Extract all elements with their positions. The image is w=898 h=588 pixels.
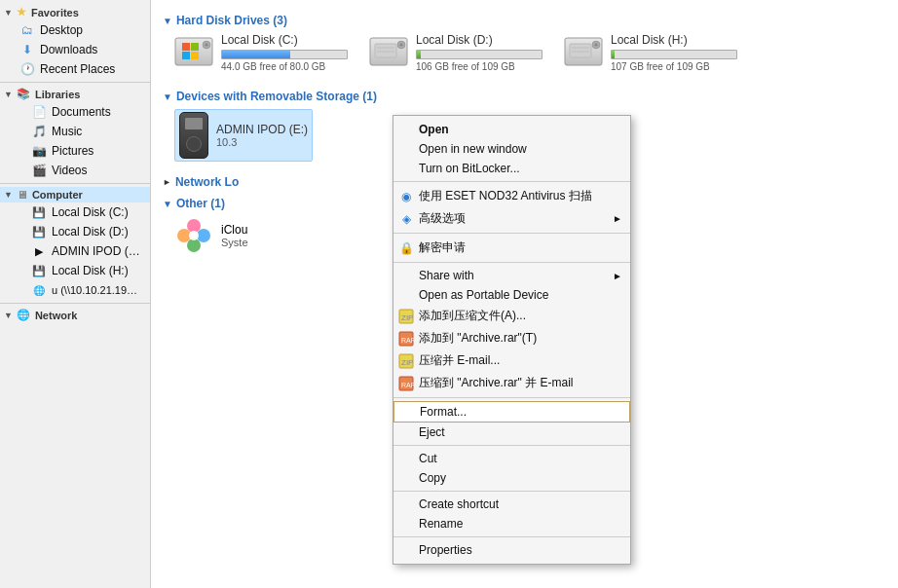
sidebar-item-local-h[interactable]: 💾 Local Disk (H:) — [0, 261, 150, 280]
menu-item-open[interactable]: Open — [393, 120, 630, 139]
computer-icon: 🖥 — [17, 189, 27, 201]
removable-section-title[interactable]: Devices with Removable Storage (1) — [176, 90, 377, 103]
svg-point-21 — [187, 239, 201, 252]
sidebar-item-pictures[interactable]: 📷 Pictures — [0, 141, 150, 161]
hdd-section-title[interactable]: Hard Disk Drives (3) — [176, 14, 287, 27]
main-content: ▼ Hard Disk Drives (3) — [151, 0, 898, 588]
icloud-label: iClou — [221, 223, 248, 237]
menu-compress-rar-email-label: 压缩到 "Archive.rar" 并 E-mail — [419, 375, 574, 391]
sidebar-pictures-label: Pictures — [52, 144, 94, 158]
ipod-item[interactable]: ADMIN IPOD (E:) 10.3 — [174, 109, 313, 162]
decrypt-icon: 🔒 — [397, 239, 415, 257]
sidebar-item-recent[interactable]: 🕐 Recent Places — [0, 59, 150, 79]
computer-arrow: ▼ — [4, 190, 13, 200]
documents-icon: 📄 — [31, 104, 47, 120]
sidebar-item-network-z[interactable]: 🌐 u (\\10.10.21.197) (Z — [0, 280, 150, 300]
menu-copy-label: Copy — [419, 471, 446, 485]
menu-open-new-label: Open in new window — [419, 142, 527, 156]
drive-h-bar — [611, 50, 737, 59]
sidebar-item-videos[interactable]: 🎬 Videos — [0, 161, 150, 180]
menu-item-decrypt[interactable]: 🔒 解密申请 — [393, 237, 630, 259]
menu-decrypt-label: 解密申请 — [419, 239, 466, 256]
menu-item-share-with[interactable]: Share with ► — [393, 266, 630, 285]
menu-item-create-shortcut[interactable]: Create shortcut — [393, 495, 630, 514]
menu-item-compress-email[interactable]: ZIP 压缩并 E-mail... — [393, 349, 630, 372]
context-menu: Open Open in new window Turn on BitLocke… — [393, 115, 631, 565]
menu-item-advanced[interactable]: ◈ 高级选项 ► — [393, 207, 630, 230]
drive-h-fill — [612, 51, 615, 58]
favorites-star-icon: ★ — [17, 6, 26, 18]
svg-text:ZIP: ZIP — [401, 313, 413, 322]
svg-rect-3 — [182, 52, 190, 59]
menu-item-bitlocker[interactable]: Turn on BitLocker... — [393, 159, 630, 178]
sidebar-item-local-c[interactable]: 💾 Local Disk (C:) — [0, 202, 150, 222]
sidebar-item-music[interactable]: 🎵 Music — [0, 122, 150, 141]
sidebar-item-documents[interactable]: 📄 Documents — [0, 102, 150, 122]
favorites-section: ▼ ★ Favorites 🗂 Desktop ⬇ Downloads 🕐 Re… — [0, 4, 150, 79]
drive-h-info: Local Disk (H:) 107 GB free of 109 GB — [611, 33, 737, 72]
favorites-arrow: ▼ — [4, 8, 13, 18]
recent-icon: 🕐 — [19, 61, 35, 77]
menu-item-compress-rar-email[interactable]: RAR 压缩到 "Archive.rar" 并 E-mail — [393, 372, 630, 394]
menu-item-copy[interactable]: Copy — [393, 468, 630, 488]
menu-item-portable[interactable]: Open as Portable Device — [393, 285, 630, 305]
menu-sep-1 — [393, 181, 630, 182]
sidebar-network-z-label: u (\\10.10.21.197) (Z — [52, 284, 142, 296]
other-section-title[interactable]: Other (1) — [176, 197, 225, 210]
menu-eject-label: Eject — [419, 425, 445, 439]
sidebar-item-ipod-e[interactable]: ▶ ADMIN IPOD (E:) — [0, 241, 150, 261]
menu-item-add-rar[interactable]: RAR 添加到 "Archive.rar"(T) — [393, 327, 630, 349]
network-drive-icon: 🌐 — [31, 282, 47, 298]
drive-c-info: Local Disk (C:) 44.0 GB free of 80.0 GB — [221, 33, 348, 72]
svg-point-23 — [189, 231, 199, 240]
menu-format-label: Format... — [420, 405, 467, 419]
favorites-header[interactable]: ▼ ★ Favorites — [0, 4, 150, 20]
menu-item-rename[interactable]: Rename — [393, 514, 630, 533]
menu-rename-label: Rename — [419, 517, 463, 531]
menu-sep-3 — [393, 262, 630, 263]
svg-rect-2 — [191, 43, 199, 51]
drive-d-item[interactable]: Local Disk (D:) 106 GB free of 109 GB — [369, 33, 544, 76]
drive-h-top: Local Disk (H:) 107 GB free of 109 GB — [564, 33, 737, 72]
drive-c-size: 44.0 GB free of 80.0 GB — [221, 61, 348, 72]
computer-section: ▼ 🖥 Computer 💾 Local Disk (C:) 💾 Local D… — [0, 187, 150, 300]
network-section-title[interactable]: Network Lo — [175, 175, 239, 189]
videos-icon: 🎬 — [31, 163, 47, 178]
menu-item-cut[interactable]: Cut — [393, 449, 630, 468]
sidebar-local-c-label: Local Disk (C:) — [52, 205, 129, 219]
drive-d-label: Local Disk (D:) — [416, 33, 543, 47]
network-header[interactable]: ▼ 🌐 Network — [0, 307, 150, 323]
svg-point-6 — [206, 44, 208, 47]
drive-h-item[interactable]: Local Disk (H:) 107 GB free of 109 GB — [564, 33, 739, 76]
drive-c-item[interactable]: Local Disk (C:) 44.0 GB free of 80.0 GB — [174, 33, 350, 76]
sidebar-item-local-d[interactable]: 💾 Local Disk (D:) — [0, 222, 150, 241]
drive-h-label: Local Disk (H:) — [611, 33, 737, 47]
svg-rect-4 — [191, 52, 199, 59]
drives-row: Local Disk (C:) 44.0 GB free of 80.0 GB — [174, 33, 886, 76]
menu-item-format[interactable]: Format... — [393, 401, 630, 423]
sidebar-videos-label: Videos — [52, 164, 87, 177]
sidebar-documents-label: Documents — [52, 105, 111, 119]
sidebar-item-desktop[interactable]: 🗂 Desktop — [0, 20, 150, 40]
menu-sep-4 — [393, 397, 630, 398]
libraries-header[interactable]: ▼ 📚 Libraries — [0, 86, 150, 102]
menu-item-open-new-window[interactable]: Open in new window — [393, 139, 630, 159]
menu-item-eset[interactable]: ◉ 使用 ESET NOD32 Antivirus 扫描 — [393, 185, 630, 207]
menu-add-rar-label: 添加到 "Archive.rar"(T) — [419, 330, 537, 347]
sidebar-item-downloads[interactable]: ⬇ Downloads — [0, 40, 150, 59]
sidebar-downloads-label: Downloads — [40, 43, 97, 56]
network-arrow: ▼ — [4, 311, 13, 320]
drive-d-top: Local Disk (D:) 106 GB free of 109 GB — [369, 33, 543, 72]
sidebar-local-h-label: Local Disk (H:) — [52, 264, 129, 277]
svg-text:ZIP: ZIP — [401, 358, 413, 367]
computer-header[interactable]: ▼ 🖥 Computer — [0, 187, 150, 202]
menu-item-add-zip[interactable]: ZIP 添加到压缩文件(A)... — [393, 305, 630, 327]
drive-d-size: 106 GB free of 109 GB — [416, 61, 543, 72]
zip-email-icon: ZIP — [397, 352, 415, 370]
menu-sep-7 — [393, 536, 630, 537]
menu-item-properties[interactable]: Properties — [393, 540, 630, 560]
menu-item-eject[interactable]: Eject — [393, 423, 630, 442]
disk-d-icon: 💾 — [31, 224, 47, 239]
drive-c-bar — [221, 50, 348, 59]
ipod-sub: 10.3 — [216, 136, 308, 148]
